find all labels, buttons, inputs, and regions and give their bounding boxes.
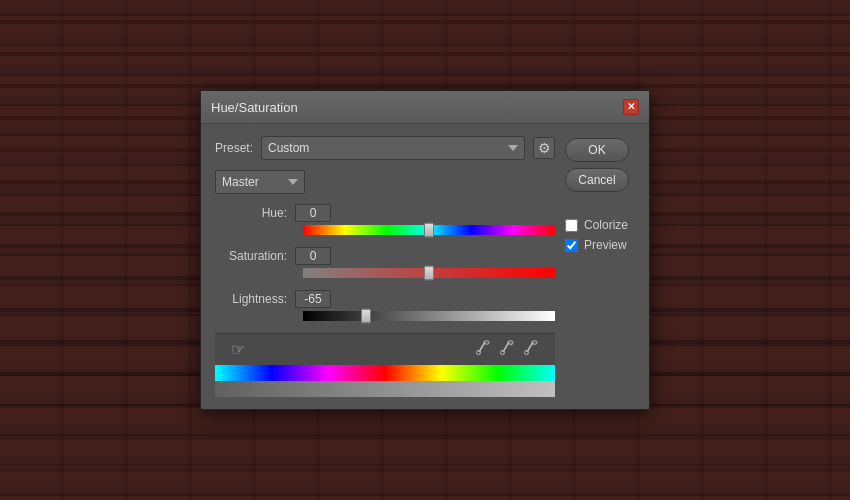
- saturation-slider-group: Saturation:: [215, 247, 555, 278]
- main-area: Preset: Custom Default Cyanotype Sepia ⚙…: [215, 136, 555, 397]
- hue-track[interactable]: [303, 225, 555, 235]
- gear-button[interactable]: ⚙: [533, 137, 555, 159]
- dialog-title: Hue/Saturation: [211, 100, 298, 115]
- hue-thumb[interactable]: [424, 223, 434, 238]
- colorize-option: Colorize: [565, 218, 635, 232]
- saturation-label: Saturation:: [215, 249, 295, 263]
- saturation-thumb[interactable]: [424, 266, 434, 281]
- preview-checkbox[interactable]: [565, 239, 578, 252]
- bottom-toolbar: ☞ +: [215, 333, 555, 365]
- hue-saturation-dialog: Hue/Saturation ✕ Preset: Custom Default …: [200, 90, 650, 410]
- svg-point-8: [525, 351, 529, 355]
- lightness-track[interactable]: [303, 311, 555, 321]
- lightness-value-input[interactable]: [295, 290, 331, 308]
- hue-label: Hue:: [215, 206, 295, 220]
- saturation-value-input[interactable]: [295, 247, 331, 265]
- color-bars: [215, 365, 555, 397]
- svg-text:+: +: [510, 341, 513, 347]
- preview-label[interactable]: Preview: [584, 238, 627, 252]
- gray-bar: [215, 381, 555, 397]
- options-area: Colorize Preview: [565, 218, 635, 252]
- saturation-track-wrapper: [303, 268, 555, 278]
- saturation-header: Saturation:: [215, 247, 555, 265]
- hue-track-wrapper: [303, 225, 555, 235]
- lightness-slider-group: Lightness:: [215, 290, 555, 321]
- colorize-checkbox[interactable]: [565, 219, 578, 232]
- title-bar: Hue/Saturation ✕: [201, 91, 649, 124]
- hue-header: Hue:: [215, 204, 555, 222]
- eyedropper-icons: + -: [473, 338, 541, 361]
- preset-select[interactable]: Custom Default Cyanotype Sepia: [261, 136, 525, 160]
- dialog-body: Preset: Custom Default Cyanotype Sepia ⚙…: [201, 124, 649, 409]
- colorize-label[interactable]: Colorize: [584, 218, 628, 232]
- lightness-label: Lightness:: [215, 292, 295, 306]
- cancel-button[interactable]: Cancel: [565, 168, 629, 192]
- eyedropper-icon-3[interactable]: -: [521, 338, 541, 361]
- channel-row: Master Reds Yellows Greens Cyans Blues M…: [215, 170, 555, 194]
- hue-value-input[interactable]: [295, 204, 331, 222]
- hue-slider-group: Hue:: [215, 204, 555, 235]
- sliders-section: Hue: Saturation:: [215, 204, 555, 321]
- preset-row: Preset: Custom Default Cyanotype Sepia ⚙: [215, 136, 555, 160]
- channel-select[interactable]: Master Reds Yellows Greens Cyans Blues M…: [215, 170, 305, 194]
- lightness-header: Lightness:: [215, 290, 555, 308]
- lightness-thumb[interactable]: [361, 309, 371, 324]
- side-buttons: OK Cancel Colorize Preview: [565, 136, 635, 397]
- rainbow-bar: [215, 365, 555, 381]
- preview-option: Preview: [565, 238, 635, 252]
- close-button[interactable]: ✕: [623, 99, 639, 115]
- preset-label: Preset:: [215, 141, 253, 155]
- svg-point-4: [501, 351, 505, 355]
- eyedropper-icon-2[interactable]: +: [497, 338, 517, 361]
- saturation-track[interactable]: [303, 268, 555, 278]
- eyedropper-icon-1[interactable]: [473, 338, 493, 361]
- hand-tool-icon[interactable]: ☞: [229, 338, 247, 361]
- ok-button[interactable]: OK: [565, 138, 629, 162]
- lightness-track-wrapper: [303, 311, 555, 321]
- svg-point-1: [477, 351, 481, 355]
